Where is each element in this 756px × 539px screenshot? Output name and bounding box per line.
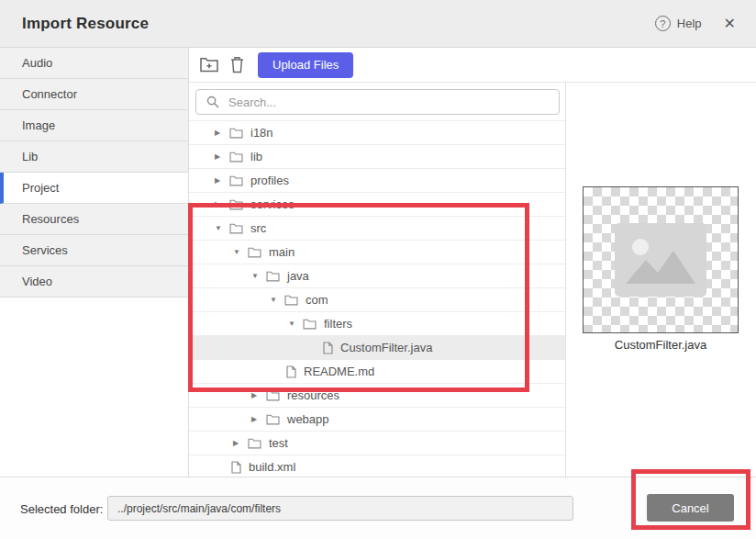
folder-icon (248, 247, 261, 258)
tree-row-main[interactable]: ▼main (189, 241, 565, 264)
dialog-footer: Selected folder: Cancel (0, 477, 756, 539)
sidebar-item-label: Services (22, 243, 68, 257)
sidebar-item-video[interactable]: Video (0, 266, 188, 298)
chevron-down-icon[interactable]: ▼ (270, 296, 284, 304)
tree-node-label: src (250, 221, 266, 235)
sidebar-item-lib[interactable]: Lib (0, 141, 188, 173)
selected-folder-input[interactable] (107, 496, 573, 521)
tree-node-label: filters (324, 317, 352, 331)
tree-node-label: README.md (304, 365, 374, 378)
folder-icon (266, 271, 280, 282)
tree-row-profiles[interactable]: ▶profiles (189, 169, 565, 193)
sidebar-item-label: Lib (22, 150, 38, 163)
help-button[interactable]: ? Help (655, 16, 702, 31)
chevron-right-icon[interactable]: ▶ (215, 129, 229, 137)
chevron-down-icon[interactable]: ▼ (251, 272, 266, 280)
dialog-title: Import Resource (22, 15, 149, 33)
tree-node-label: services (250, 197, 295, 211)
resource-preview (583, 186, 739, 333)
sidebar-item-label: Image (22, 118, 55, 132)
sidebar-item-audio[interactable]: Audio (0, 48, 188, 79)
selected-folder-label: Selected folder: (20, 502, 103, 516)
tree-node-label: lib (250, 150, 262, 163)
tree-node-label: main (269, 245, 295, 259)
preview-caption: CustomFilter.java (583, 338, 739, 352)
chevron-right-icon[interactable]: ▶ (215, 152, 229, 161)
tree-row-java[interactable]: ▼java (189, 264, 565, 288)
sidebar: AudioConnectorImageLibProjectResourcesSe… (0, 48, 189, 477)
tree-node-label: build.xml (249, 460, 295, 474)
folder-icon (229, 152, 243, 163)
chevron-right-icon[interactable]: ▶ (251, 415, 266, 423)
tree-node-label: com (306, 293, 328, 307)
sidebar-item-label: Video (22, 275, 52, 288)
folder-icon (229, 175, 243, 186)
help-label: Help (677, 17, 702, 30)
chevron-right-icon[interactable]: ▶ (251, 391, 266, 399)
file-icon (231, 461, 241, 474)
tree-row-resources[interactable]: ▶resources (189, 384, 565, 408)
tree-node-label: resources (287, 388, 339, 402)
upload-files-button[interactable]: Upload Files (258, 52, 353, 78)
tree-row-services[interactable]: ▶services (189, 193, 565, 217)
magnifier-icon (206, 95, 219, 108)
chevron-right-icon[interactable]: ▶ (215, 176, 229, 185)
sidebar-item-label: Connector (22, 87, 77, 101)
close-icon[interactable]: ✕ (724, 17, 736, 31)
tree-row-build-xml[interactable]: build.xml (189, 455, 565, 477)
tree-row-test[interactable]: ▶test (189, 432, 565, 455)
file-icon (323, 342, 333, 354)
image-icon (615, 223, 706, 297)
folder-icon (303, 319, 317, 330)
sidebar-item-image[interactable]: Image (0, 110, 188, 141)
folder-icon (266, 414, 280, 425)
tree-node-label: i18n (250, 126, 273, 140)
tree-node-label: test (269, 436, 288, 450)
tree-row-filters[interactable]: ▼filters (189, 312, 565, 336)
folder-icon (284, 295, 298, 306)
tree-node-label: CustomFilter.java (340, 341, 432, 354)
search-box[interactable] (195, 89, 560, 115)
sidebar-item-project[interactable]: Project (0, 173, 188, 204)
file-icon (286, 365, 296, 378)
folder-icon (229, 199, 243, 210)
tree-row-customfilter-java[interactable]: CustomFilter.java (189, 336, 565, 360)
chevron-right-icon[interactable]: ▶ (233, 439, 248, 447)
sidebar-item-services[interactable]: Services (0, 235, 188, 266)
tree-node-label: profiles (250, 174, 289, 187)
question-circle-icon: ? (655, 16, 671, 31)
search-area (189, 83, 565, 121)
file-tree: ▶i18n▶lib▶profiles▶services▼src▼main▼jav… (189, 121, 565, 477)
folder-icon (229, 223, 243, 234)
file-tree-panel: ▶i18n▶lib▶profiles▶services▼src▼main▼jav… (189, 83, 566, 477)
tree-row-readme-md[interactable]: README.md (189, 360, 565, 384)
sidebar-item-resources[interactable]: Resources (0, 204, 188, 235)
chevron-down-icon[interactable]: ▼ (233, 248, 248, 256)
tree-node-label: java (287, 269, 309, 283)
folder-icon (266, 390, 280, 401)
tree-row-i18n[interactable]: ▶i18n (189, 121, 565, 145)
search-input[interactable] (227, 90, 559, 114)
sidebar-item-label: Audio (22, 56, 52, 70)
sidebar-item-label: Project (22, 181, 59, 195)
tree-node-label: webapp (287, 412, 329, 426)
tree-row-lib[interactable]: ▶lib (189, 145, 565, 169)
dialog-header: Import Resource ? Help ✕ (0, 0, 756, 48)
resource-toolbar: Upload Files (189, 48, 756, 83)
tree-row-webapp[interactable]: ▶webapp (189, 408, 565, 432)
chevron-down-icon[interactable]: ▼ (288, 320, 303, 328)
chevron-right-icon[interactable]: ▶ (215, 200, 229, 208)
chevron-down-icon[interactable]: ▼ (215, 224, 229, 232)
folder-icon (229, 128, 243, 139)
sidebar-item-connector[interactable]: Connector (0, 79, 188, 110)
cancel-button[interactable]: Cancel (647, 494, 734, 522)
new-folder-icon[interactable] (200, 57, 218, 73)
sidebar-item-label: Resources (22, 212, 79, 226)
trash-icon[interactable] (230, 56, 244, 73)
folder-icon (248, 438, 261, 449)
tree-row-src[interactable]: ▼src (189, 217, 565, 241)
import-resource-dialog: Import Resource ? Help ✕ AudioConnectorI… (0, 0, 756, 539)
tree-row-com[interactable]: ▼com (189, 288, 565, 312)
